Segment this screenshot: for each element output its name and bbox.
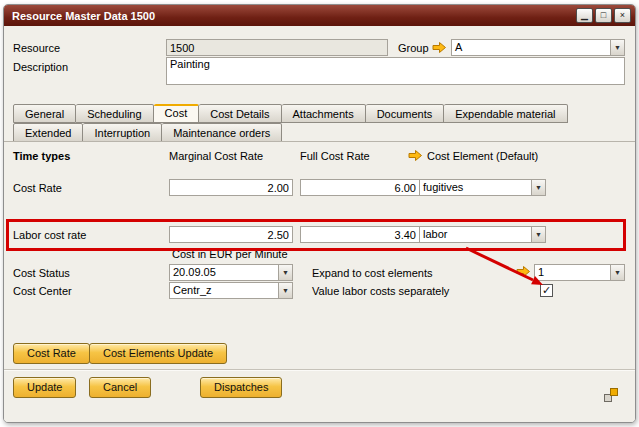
tab-strip-row1: General Scheduling Cost Cost Details Att…	[13, 104, 568, 123]
window-title: Resource Master Data 1500	[12, 10, 574, 22]
cost-rate-full-input[interactable]	[300, 179, 420, 196]
unit-note: Cost in EUR per Minute	[172, 248, 288, 260]
expand-to-cost-elements-value: 1	[535, 265, 610, 280]
checkbox-check-icon: ✓	[542, 284, 551, 296]
cost-rate-element-value: fugitives	[420, 180, 531, 195]
expand-to-cost-elements-label: Expand to cost elements	[312, 267, 432, 279]
labor-cost-rate-element-value: labor	[420, 227, 531, 242]
tab-extended[interactable]: Extended	[13, 123, 83, 142]
cost-center-label: Cost Center	[13, 285, 72, 297]
group-select[interactable]: A ▼	[451, 39, 625, 56]
resource-label: Resource	[13, 42, 60, 54]
dropdown-arrow-icon[interactable]: ▼	[531, 227, 545, 242]
tab-scheduling[interactable]: Scheduling	[76, 104, 153, 123]
description-input[interactable]: Painting	[166, 57, 625, 85]
dropdown-arrow-icon[interactable]: ▼	[610, 40, 624, 55]
cost-rate-element-select[interactable]: fugitives ▼	[419, 179, 546, 196]
tab-expendable-material[interactable]: Expendable material	[444, 104, 567, 123]
full-cost-rate-header: Full Cost Rate	[300, 150, 370, 162]
window-body: Resource Group A ▼ Description Painting …	[4, 26, 635, 422]
labor-cost-rate-element-select[interactable]: labor ▼	[419, 226, 546, 243]
cost-rate-row-label: Cost Rate	[13, 182, 62, 194]
dropdown-arrow-icon[interactable]: ▼	[531, 180, 545, 195]
tab-maintenance-orders[interactable]: Maintenance orders	[162, 123, 282, 142]
tab-strip-divider	[4, 141, 635, 142]
description-label: Description	[13, 61, 68, 73]
tab-attachments[interactable]: Attachments	[282, 104, 366, 123]
close-button[interactable]: ×	[614, 8, 631, 23]
minimize-button[interactable]: ▁	[576, 8, 593, 23]
value-labor-costs-checkbox[interactable]: ✓	[540, 284, 553, 297]
labor-cost-rate-row-label: Labor cost rate	[13, 229, 86, 241]
marginal-cost-rate-header: Marginal Cost Rate	[169, 150, 263, 162]
link-arrow-icon[interactable]	[516, 265, 531, 278]
link-arrow-icon[interactable]	[408, 149, 423, 162]
dispatches-button[interactable]: Dispatches	[200, 377, 282, 398]
title-bar[interactable]: Resource Master Data 1500 ▁ □ ×	[4, 5, 635, 26]
value-labor-costs-label: Value labor costs separately	[312, 285, 449, 297]
cancel-button[interactable]: Cancel	[89, 377, 151, 398]
resource-input[interactable]	[166, 39, 388, 56]
group-select-value: A	[452, 40, 610, 55]
cost-center-select[interactable]: Centr_z ▼	[169, 282, 293, 299]
resource-master-data-window: Resource Master Data 1500 ▁ □ × Resource…	[3, 4, 636, 423]
link-arrow-icon[interactable]	[432, 41, 447, 54]
labor-cost-rate-full-input[interactable]	[300, 226, 420, 243]
dropdown-arrow-icon[interactable]: ▼	[610, 265, 624, 280]
cost-elements-update-button[interactable]: Cost Elements Update	[89, 343, 227, 364]
maximize-button[interactable]: □	[595, 8, 612, 23]
expand-to-cost-elements-select[interactable]: 1 ▼	[534, 264, 625, 281]
dropdown-arrow-icon[interactable]: ▼	[278, 265, 292, 280]
cost-rate-button[interactable]: Cost Rate	[13, 343, 90, 364]
cost-status-select[interactable]: 20.09.05 ▼	[169, 264, 293, 281]
tab-cost-details[interactable]: Cost Details	[199, 104, 281, 123]
cost-status-label: Cost Status	[13, 267, 70, 279]
dropdown-arrow-icon[interactable]: ▼	[278, 283, 292, 298]
tab-interruption[interactable]: Interruption	[83, 123, 162, 142]
cost-center-value: Centr_z	[170, 283, 278, 298]
button-row-divider	[4, 369, 635, 371]
tab-documents[interactable]: Documents	[366, 104, 445, 123]
form-resize-icon[interactable]	[602, 386, 620, 404]
tab-strip-row2: Extended Interruption Maintenance orders	[13, 123, 282, 142]
update-button[interactable]: Update	[13, 377, 76, 398]
tab-cost[interactable]: Cost	[154, 104, 200, 123]
labor-cost-rate-marginal-input[interactable]	[169, 226, 293, 243]
tab-general[interactable]: General	[13, 104, 76, 123]
desktop-frame: Resource Master Data 1500 ▁ □ × Resource…	[0, 0, 639, 427]
time-types-header: Time types	[13, 150, 70, 162]
cost-rate-marginal-input[interactable]	[169, 179, 293, 196]
cost-status-value: 20.09.05	[170, 265, 278, 280]
group-label: Group	[398, 42, 429, 54]
cost-element-header: Cost Element (Default)	[427, 150, 538, 162]
